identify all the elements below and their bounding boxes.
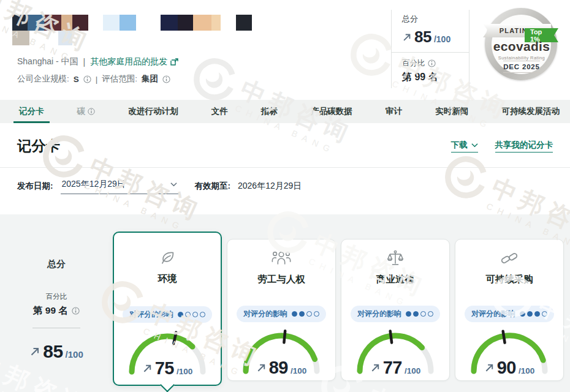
theme-name: 商业道德 — [376, 273, 414, 286]
info-icon[interactable] — [162, 75, 170, 83]
impact-dot — [534, 311, 540, 317]
impact-dot — [200, 312, 205, 317]
theme-name: 劳工与人权 — [257, 273, 305, 286]
theme-card-business-ethics[interactable]: 商业道德 对评分的影响 77 /100 — [341, 239, 450, 381]
summary-score-value: 85 — [43, 341, 63, 362]
chevron-down-icon — [471, 143, 478, 148]
impact-label: 对评分的影响 — [357, 309, 401, 319]
tab-live-news[interactable]: 实时新闻 — [433, 100, 470, 123]
theme-score-denominator: /100 — [177, 367, 192, 376]
overall-score-value: 85 — [414, 28, 431, 47]
impact-dot — [299, 311, 305, 317]
theme-cards: 环境 对评分的影响 75 /100 劳工与人权 对评分的影响 — [113, 232, 569, 392]
impact-dot — [314, 311, 319, 317]
divider — [32, 328, 80, 328]
info-icon[interactable] — [83, 75, 91, 83]
logo-block — [61, 15, 72, 31]
divider — [503, 72, 540, 73]
logo-block — [211, 15, 221, 31]
theme-score-denominator: /100 — [291, 366, 306, 375]
summary-title: 总分 — [0, 258, 113, 270]
impact-label: 对评分的影响 — [471, 309, 515, 319]
tab-sustainability-activities[interactable]: 可持续发展活动 — [500, 100, 562, 123]
page-title: 记分卡 — [17, 137, 61, 156]
info-icon[interactable] — [72, 307, 80, 315]
trend-up-icon — [402, 32, 412, 42]
impact-dot — [420, 311, 426, 317]
theme-name: 可持续采购 — [485, 273, 533, 286]
share-scorecard-button[interactable]: 共享我的记分卡 — [495, 140, 553, 153]
ecovadis-logo: ecovadis — [485, 39, 558, 54]
link-icon — [500, 249, 519, 268]
impact-dot — [192, 312, 198, 317]
theme-gauge: 75 /100 — [124, 328, 210, 377]
separator: | — [83, 57, 86, 67]
impact-dots — [520, 311, 547, 317]
logo-block — [12, 15, 28, 31]
tab-audits[interactable]: 审计 — [384, 100, 404, 123]
theme-card-labor-human-rights[interactable]: 劳工与人权 对评分的影响 89 /100 — [227, 239, 336, 381]
company-size-value: S — [74, 75, 79, 84]
impact-dot — [542, 311, 547, 317]
info-icon — [88, 108, 95, 115]
gauge-needle — [390, 331, 392, 343]
download-button[interactable]: 下载 — [451, 140, 478, 153]
valid-until-value: 2026年12月29日 — [238, 181, 302, 192]
publish-date-select[interactable]: 2025年12月29日 — [61, 178, 179, 194]
info-icon[interactable] — [428, 59, 436, 67]
theme-score-value: 90 — [497, 358, 516, 378]
leaf-icon — [158, 249, 177, 267]
theme-score-value: 89 — [269, 358, 288, 378]
impact-dot — [306, 311, 312, 317]
tab-product-carbon-data[interactable]: 产品碳数据 — [309, 100, 354, 123]
logo-block — [236, 15, 252, 31]
logo-block — [103, 15, 120, 31]
tab-metrics[interactable]: 指标 — [259, 100, 279, 123]
summary-percentile-value: 第 99 名 — [33, 304, 68, 317]
scales-icon — [386, 249, 405, 268]
impact-badge: 对评分的影响 — [237, 306, 326, 322]
theme-gauge: 89 /100 — [238, 327, 324, 376]
tab-carbon[interactable]: 碳 — [75, 100, 97, 123]
tab-improvement-plan[interactable]: 改进行动计划 — [127, 100, 180, 123]
overall-score-denominator: /100 — [434, 34, 450, 44]
impact-dot — [520, 311, 525, 317]
summary-percentile-label: 百分比 — [0, 292, 113, 301]
impact-dots — [178, 312, 205, 317]
theme-card-sustainable-procurement[interactable]: 可持续采购 对评分的影响 90 /100 — [455, 239, 564, 381]
theme-score-value: 75 — [155, 358, 174, 379]
impact-dot — [292, 311, 297, 317]
logo-block — [12, 31, 29, 45]
overall-summary: 总分 百分比 第 99 名 85 /100 — [0, 232, 113, 392]
impact-label: 对评分的影响 — [243, 309, 287, 319]
logo-block — [161, 15, 178, 31]
tab-documents[interactable]: 文件 — [210, 100, 230, 123]
company-location-line: Shanghai - 中国 | 其他家庭用品的批发 — [17, 56, 179, 67]
trend-up-icon — [256, 363, 267, 373]
company-location: Shanghai - 中国 — [17, 56, 78, 67]
impact-dot — [413, 311, 419, 317]
trend-up-icon — [142, 363, 153, 374]
theme-score-denominator: /100 — [519, 366, 534, 375]
tab-scorecard[interactable]: 记分卡 — [17, 100, 46, 123]
people-icon — [271, 249, 292, 268]
industry-link[interactable]: 其他家庭用品的批发 — [90, 56, 179, 67]
divider — [503, 61, 540, 61]
ecovadis-medal: PLATINUM Top 1% ecovadis Sustainability … — [485, 8, 558, 81]
percentile-value: 第 99 名 — [402, 71, 469, 84]
company-meta-line: 公司企业规模: S | 评估范围: 集团 — [17, 74, 170, 85]
logo-block — [120, 15, 136, 31]
header: Shanghai - 中国 | 其他家庭用品的批发 公司企业规模: S | 评估… — [0, 0, 570, 100]
theme-card-environment[interactable]: 环境 对评分的影响 75 /100 — [113, 232, 222, 386]
logo-block — [178, 15, 193, 31]
impact-dots — [406, 311, 433, 317]
impact-dot — [185, 312, 191, 317]
separator: | — [96, 75, 98, 84]
trend-up-icon — [29, 346, 40, 357]
impact-dot — [527, 311, 533, 317]
gauge-needle — [284, 331, 285, 342]
external-link-icon — [170, 58, 179, 66]
trend-up-icon — [370, 363, 381, 373]
logo-block — [193, 15, 211, 31]
gauge-needle — [503, 331, 505, 343]
